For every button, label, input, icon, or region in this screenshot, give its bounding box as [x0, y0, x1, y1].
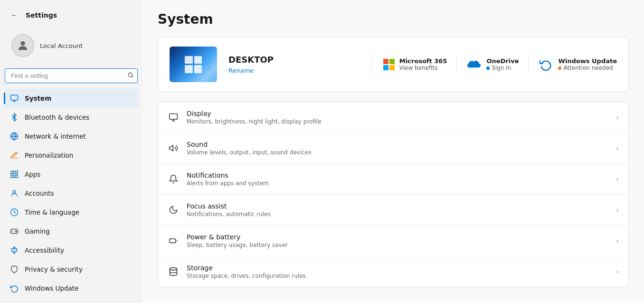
settings-text-notifications: Notifications Alerts from apps and syste… [187, 171, 608, 187]
settings-desc-display: Monitors, brightness, night light, displ… [187, 118, 608, 125]
service-divider-0 [456, 55, 457, 74]
chevron-icon-storage: › [616, 268, 619, 275]
sidebar-item-accounts[interactable]: Accounts [4, 184, 139, 203]
settings-item-focus-assist[interactable]: Focus assist Notifications, automatic ru… [158, 195, 628, 226]
display-icon [168, 112, 179, 123]
gaming-icon [9, 227, 19, 236]
settings-desc-sound: Volume levels, output, input, sound devi… [187, 149, 608, 156]
settings-text-sound: Sound Volume levels, output, input, soun… [187, 141, 608, 156]
service-name-windows-update: Windows Update [558, 57, 617, 65]
settings-text-storage: Storage Storage space, drives, configura… [187, 264, 608, 279]
nav-list: SystemBluetooth & devicesNetwork & inter… [0, 87, 142, 303]
header-section: DESKTOP Rename Microsoft 365 View benefi… [158, 37, 629, 92]
service-status-onedrive: Sign In [486, 65, 519, 71]
svg-point-12 [13, 190, 16, 193]
storage-icon [168, 266, 179, 277]
app-title: Settings [26, 11, 57, 19]
svg-point-18 [16, 231, 17, 232]
top-bar: ← Settings [0, 4, 142, 27]
desktop-name: DESKTOP [228, 55, 360, 65]
sidebar-item-label-accessibility: Accessibility [25, 246, 64, 254]
settings-label-focus-assist: Focus assist [187, 202, 608, 210]
settings-item-power-battery[interactable]: Power & battery Sleep, battery usage, ba… [158, 226, 628, 256]
page-title: System [158, 11, 629, 27]
svg-rect-8 [11, 171, 13, 173]
search-icon[interactable] [127, 72, 134, 80]
settings-label-sound: Sound [187, 141, 608, 148]
settings-item-sound[interactable]: Sound Volume levels, output, input, soun… [158, 133, 628, 164]
sidebar-item-bluetooth[interactable]: Bluetooth & devices [4, 108, 139, 127]
sidebar-item-label-bluetooth: Bluetooth & devices [25, 114, 89, 121]
service-name-ms365: Microsoft 365 [399, 57, 447, 65]
sidebar-item-apps[interactable]: Apps [4, 165, 139, 184]
settings-label-power-battery: Power & battery [187, 233, 608, 241]
main-content: System DESKTOP Rename Microsoft 365 View… [142, 0, 644, 303]
rename-link[interactable]: Rename [228, 67, 254, 74]
sidebar-item-windows-update[interactable]: Windows Update [4, 279, 139, 298]
sound-icon [168, 142, 179, 154]
winupdate-logo-icon [538, 57, 553, 72]
sidebar-item-label-personalization: Personalization [25, 152, 73, 159]
service-info-windows-update: Windows Update Attention needed [558, 57, 617, 71]
settings-label-storage: Storage [187, 264, 608, 272]
sidebar-item-label-gaming: Gaming [25, 227, 50, 235]
service-info-ms365: Microsoft 365 View benefits [399, 57, 447, 71]
sidebar-item-personalization[interactable]: Personalization [4, 146, 139, 165]
sidebar-item-time[interactable]: Time & language [4, 203, 139, 222]
service-divider-1 [528, 55, 529, 74]
settings-text-display: Display Monitors, brightness, night ligh… [187, 110, 608, 125]
sidebar: ← Settings Local Account SystemBluetooth… [0, 0, 142, 303]
service-info-onedrive: OneDrive Sign In [486, 57, 519, 71]
settings-label-display: Display [187, 110, 608, 117]
accounts-icon [9, 189, 19, 198]
bluetooth-icon [9, 113, 19, 122]
settings-list: Display Monitors, brightness, night ligh… [158, 102, 629, 287]
sidebar-item-label-apps: Apps [25, 170, 40, 178]
svg-rect-11 [15, 175, 18, 178]
settings-item-storage[interactable]: Storage Storage space, drives, configura… [158, 256, 628, 287]
svg-rect-26 [170, 239, 176, 243]
service-card-onedrive[interactable]: OneDrive Sign In [466, 55, 519, 74]
settings-label-notifications: Notifications [187, 171, 608, 179]
sidebar-item-privacy[interactable]: Privacy & security [4, 260, 139, 279]
sidebar-item-accessibility[interactable]: Accessibility [4, 241, 139, 260]
sidebar-item-gaming[interactable]: Gaming [4, 222, 139, 241]
svg-marker-25 [170, 145, 173, 151]
notifications-icon [168, 173, 179, 185]
settings-item-notifications[interactable]: Notifications Alerts from apps and syste… [158, 164, 628, 195]
settings-desc-power-battery: Sleep, battery usage, battery saver [187, 242, 608, 248]
sidebar-item-label-system: System [25, 95, 51, 102]
sidebar-item-label-network: Network & internet [25, 133, 86, 140]
power-battery-icon [168, 235, 179, 246]
time-icon [9, 208, 19, 217]
divider-1 [371, 55, 372, 74]
status-dot-windows-update [558, 66, 561, 70]
sidebar-item-network[interactable]: Network & internet [4, 127, 139, 146]
svg-rect-10 [11, 175, 13, 178]
settings-text-focus-assist: Focus assist Notifications, automatic ru… [187, 202, 608, 218]
back-button[interactable]: ← [8, 9, 21, 22]
windows-update-icon [9, 284, 19, 293]
apps-icon [9, 170, 19, 179]
accessibility-icon [9, 246, 19, 255]
chevron-icon-display: › [616, 114, 619, 121]
system-icon [9, 94, 19, 103]
settings-desc-storage: Storage space, drives, configuration rul… [187, 273, 608, 279]
sidebar-item-label-windows-update: Windows Update [25, 284, 78, 292]
settings-desc-focus-assist: Notifications, automatic rules [187, 211, 608, 218]
svg-point-0 [20, 41, 25, 46]
service-name-onedrive: OneDrive [486, 57, 519, 65]
personalization-icon [9, 151, 19, 160]
sidebar-item-system[interactable]: System [4, 89, 139, 108]
service-card-ms365[interactable]: Microsoft 365 View benefits [383, 55, 447, 74]
chevron-icon-focus-assist: › [616, 206, 619, 214]
search-input[interactable] [5, 68, 138, 83]
svg-point-1 [128, 73, 132, 76]
profile-name: Local Account [40, 42, 83, 49]
settings-item-display[interactable]: Display Monitors, brightness, night ligh… [158, 102, 628, 133]
chevron-icon-power-battery: › [616, 237, 619, 245]
service-card-windows-update[interactable]: Windows Update Attention needed [538, 55, 617, 74]
service-status-ms365: View benefits [399, 65, 447, 71]
ms365-logo-icon [383, 59, 395, 70]
service-status-windows-update: Attention needed [558, 65, 617, 71]
